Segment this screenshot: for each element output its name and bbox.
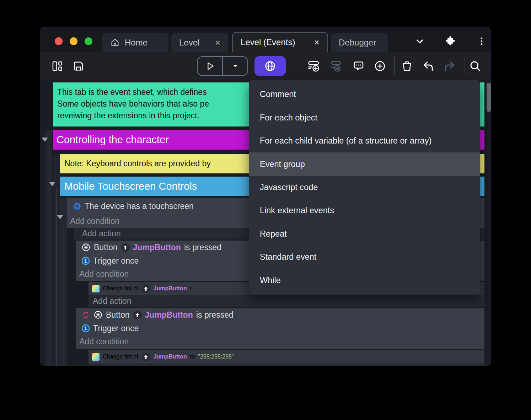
puzzle-icon bbox=[445, 36, 456, 47]
delete-button[interactable] bbox=[401, 60, 413, 72]
menu-item-for-each-child-variable[interactable]: For each child variable (of a structure … bbox=[249, 129, 480, 152]
condition-text: Trigger once bbox=[93, 256, 139, 266]
tab-bar: Home Level × Level (Events) × Debugger bbox=[40, 27, 491, 52]
add-event-button[interactable] bbox=[307, 60, 320, 72]
action-text: Change tint of bbox=[103, 354, 138, 360]
save-icon bbox=[73, 60, 85, 72]
panels-layout-icon bbox=[51, 60, 63, 72]
event-block-jumpbutton-not-pressed[interactable]: Button JumpButton is pressed 1 Trigger o… bbox=[76, 308, 484, 349]
tint-icon bbox=[92, 353, 100, 361]
add-condition-link[interactable]: Add condition bbox=[76, 335, 484, 348]
preview-button[interactable] bbox=[198, 57, 222, 75]
tab-home[interactable]: Home bbox=[102, 33, 168, 52]
indent-guide bbox=[49, 147, 49, 366]
menu-item-while[interactable]: While bbox=[249, 269, 480, 292]
tab-label: Level (Events) bbox=[241, 37, 295, 47]
redo-button-disabled[interactable] bbox=[443, 60, 456, 72]
tint-icon bbox=[92, 285, 100, 292]
add-action-link[interactable]: Add action bbox=[88, 295, 484, 307]
plus-circle-icon bbox=[374, 60, 386, 72]
home-icon bbox=[110, 38, 120, 47]
action-value: "255;255;255" bbox=[198, 354, 234, 360]
collapse-group-arrow[interactable] bbox=[42, 138, 48, 142]
condition-text: The device has a touchscreen bbox=[85, 201, 194, 211]
object-name: JumpButton bbox=[154, 285, 187, 292]
collapse-subgroup-arrow[interactable] bbox=[49, 182, 55, 186]
toggle-panels-button[interactable] bbox=[51, 60, 64, 72]
tab-label: Debugger bbox=[339, 38, 376, 48]
invert-condition-icon bbox=[81, 311, 90, 319]
object-name: JumpButton bbox=[154, 354, 187, 360]
menu-item-javascript-code[interactable]: Javascript code bbox=[249, 176, 480, 199]
preview-split-button bbox=[197, 56, 248, 76]
add-event-icon bbox=[307, 59, 321, 73]
trigger-once-icon: 1 bbox=[81, 257, 90, 265]
tab-debugger[interactable]: Debugger bbox=[331, 33, 388, 52]
object-name: JumpButton bbox=[145, 310, 193, 320]
tab-level-events-active[interactable]: Level (Events) × bbox=[232, 32, 328, 52]
search-icon bbox=[469, 60, 482, 72]
tab-level[interactable]: Level × bbox=[171, 33, 228, 52]
svg-text:1: 1 bbox=[84, 325, 87, 331]
app-window: Home Level × Level (Events) × Debugger bbox=[40, 27, 491, 366]
action-row-change-tint[interactable]: Change tint of JumpButton to "255;255;25… bbox=[88, 350, 484, 364]
jumpbutton-object-icon bbox=[141, 352, 150, 361]
menu-item-for-each-object[interactable]: For each object bbox=[249, 106, 480, 129]
system-gear-icon bbox=[73, 202, 81, 210]
condition-row[interactable]: Button JumpButton is pressed bbox=[76, 308, 484, 322]
condition-suffix: is pressed bbox=[196, 310, 234, 320]
menu-item-standard-event[interactable]: Standard event bbox=[249, 246, 480, 269]
close-tab-icon[interactable]: × bbox=[314, 38, 320, 47]
search-button[interactable] bbox=[469, 60, 482, 72]
toolbar-divider bbox=[394, 57, 395, 75]
action-text-cut: t bbox=[190, 285, 192, 292]
vertical-scrollbar-thumb[interactable] bbox=[487, 83, 491, 112]
add-action-link[interactable]: Add action bbox=[88, 364, 484, 366]
tab-list-dropdown-button[interactable] bbox=[413, 36, 427, 47]
play-icon bbox=[205, 61, 215, 71]
main-menu-button[interactable] bbox=[474, 36, 489, 47]
event-sheet-toolbar bbox=[40, 52, 491, 80]
comment-bubble-icon bbox=[352, 60, 365, 72]
condition-row-trigger-once[interactable]: 1 Trigger once bbox=[76, 322, 484, 335]
chevron-down-icon bbox=[414, 36, 425, 47]
button-object-icon bbox=[81, 243, 91, 252]
action-text: to bbox=[190, 354, 195, 360]
menu-item-event-group[interactable]: Event group bbox=[249, 152, 480, 176]
undo-button[interactable] bbox=[422, 60, 435, 72]
group-title: Controlling the character bbox=[57, 134, 169, 146]
preview-options-button[interactable] bbox=[222, 57, 247, 75]
add-subevent-button-disabled[interactable] bbox=[329, 60, 342, 72]
menu-item-link-external-events[interactable]: Link external events bbox=[249, 199, 480, 222]
add-subevent-icon bbox=[329, 59, 343, 73]
close-tab-icon[interactable]: × bbox=[215, 38, 220, 47]
menu-item-comment[interactable]: Comment bbox=[249, 83, 480, 106]
add-event-context-menu: Comment For each object For each child v… bbox=[249, 80, 480, 295]
add-comment-button[interactable] bbox=[352, 60, 365, 72]
tab-label: Level bbox=[179, 38, 199, 48]
object-name: JumpButton bbox=[133, 243, 181, 252]
addons-button[interactable] bbox=[443, 36, 457, 47]
close-window-button[interactable] bbox=[55, 37, 63, 45]
zoom-window-button[interactable] bbox=[85, 37, 92, 45]
object-text: Button bbox=[106, 310, 130, 320]
tab-label: Home bbox=[125, 38, 148, 48]
trash-icon bbox=[401, 60, 413, 72]
jumpbutton-object-icon bbox=[141, 284, 150, 293]
action-text: Change tint of bbox=[103, 285, 138, 292]
jumpbutton-object-icon bbox=[133, 311, 142, 319]
collapse-event-arrow[interactable] bbox=[57, 215, 63, 219]
add-event-globe-button[interactable] bbox=[254, 56, 286, 76]
condition-suffix: is pressed bbox=[184, 243, 221, 252]
actions-block: Change tint of JumpButton to "255;255;25… bbox=[88, 350, 484, 366]
redo-icon bbox=[443, 60, 456, 72]
trigger-once-icon: 1 bbox=[81, 324, 90, 333]
add-button[interactable] bbox=[374, 60, 386, 72]
undo-icon bbox=[422, 60, 435, 72]
menu-item-repeat[interactable]: Repeat bbox=[249, 222, 480, 246]
save-button[interactable] bbox=[72, 60, 85, 72]
caret-down-icon bbox=[232, 63, 239, 70]
object-text: Button bbox=[94, 243, 118, 252]
minimize-window-button[interactable] bbox=[70, 37, 77, 45]
globe-icon bbox=[264, 60, 277, 72]
